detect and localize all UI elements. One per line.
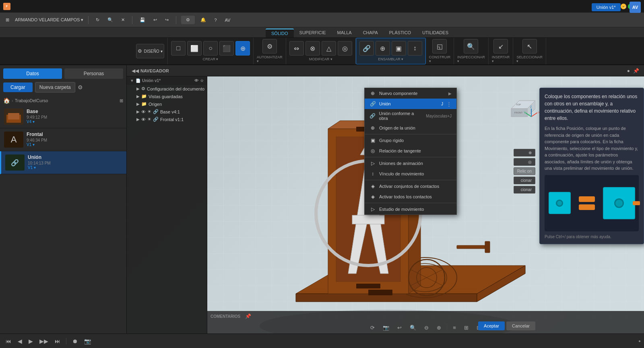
tab-chapa[interactable]: CHAPA: [357, 29, 384, 37]
relic-on-label: Relic on: [514, 167, 535, 175]
group-crear: □ ⬜ ○ ⬛ ⊕ CREAR ▾: [168, 38, 254, 64]
modificar-icon4[interactable]: ◎: [338, 41, 352, 56]
modificar-icon1[interactable]: ⇔: [289, 41, 304, 56]
navigation-cube[interactable]: FRONT TOP X Y Z: [503, 89, 535, 121]
tab-datos[interactable]: Datos: [3, 68, 62, 79]
refresh-button[interactable]: ↻: [93, 16, 102, 24]
grid-view-button[interactable]: ⊞: [3, 16, 12, 24]
viewport[interactable]: ▼ 📄 Unión v1* 👁 ☆ ▶ ⚙ Configuración del …: [127, 76, 644, 334]
menu-item-uniones-animacion[interactable]: ▷ Uniones de animación: [365, 158, 456, 169]
nav-chevron-config: ▶: [136, 86, 140, 91]
help-connectors: [579, 196, 595, 210]
seleccionar-icon[interactable]: ↖: [522, 39, 537, 54]
active-tab-button[interactable]: Unión v1*: [592, 3, 621, 11]
crear-box-icon[interactable]: □: [171, 41, 186, 56]
insertar-icon[interactable]: ↙: [493, 39, 508, 54]
nav-origen-folder-icon: 📁: [141, 101, 147, 107]
action-btn-cionar1[interactable]: cionar: [514, 177, 535, 184]
tab-utilidades[interactable]: UTILIDADES: [417, 29, 454, 37]
modificar-icon2[interactable]: ⊗: [305, 41, 320, 56]
menu-item-origen-union[interactable]: ⊕ Origen de la unión: [365, 123, 456, 133]
tab-personas[interactable]: Personas: [64, 68, 123, 79]
vp-btn-grid[interactable]: ⊞: [462, 323, 471, 332]
action-btn-2[interactable]: ◎: [514, 158, 535, 166]
search-button[interactable]: 🔍: [105, 16, 116, 24]
menu-item-relacion-tangente[interactable]: ◎ Relación de tangente: [365, 146, 456, 156]
menu-item-nuevo-componente[interactable]: ⊕ Nuevo componente ▶: [365, 88, 456, 99]
tab-plastico[interactable]: PLÁSTICO: [384, 29, 417, 37]
nav-star-icon[interactable]: ☆: [200, 78, 204, 83]
tab-malla[interactable]: MALLA: [332, 29, 357, 37]
diseno-button[interactable]: ⚙ DISEÑO ▾: [136, 44, 164, 58]
diseno-icon: ⚙: [138, 48, 142, 54]
accept-button[interactable]: Aceptar: [478, 321, 505, 330]
user-name[interactable]: ARMANDO VELARDE CAMPOS ▾: [15, 17, 83, 23]
nav-visibility-icon[interactable]: 👁: [194, 78, 198, 83]
crear-extrude-icon[interactable]: ⬛: [219, 41, 234, 56]
breadcrumb-home-icon[interactable]: 🏠: [3, 97, 10, 104]
file-item-base[interactable]: Base 9:49:12 PM V4 ▾: [0, 105, 126, 128]
account-button[interactable]: AV: [223, 16, 233, 24]
playback-play-button[interactable]: ▶: [26, 337, 35, 346]
camera-button[interactable]: 📷: [82, 337, 93, 346]
crear-active-icon[interactable]: ⊕: [235, 41, 250, 56]
crear-cylinder-icon[interactable]: ⬜: [187, 41, 202, 56]
close-doc-button[interactable]: ✕: [119, 16, 127, 24]
file-item-union[interactable]: 🔗 Unión 10:14:13 PM V1 ▾: [0, 151, 126, 174]
vp-btn-camera[interactable]: 📷: [380, 323, 392, 332]
action-btn-cionar2[interactable]: cionar: [514, 186, 535, 194]
tab-solido[interactable]: SÓLIDO: [266, 29, 294, 37]
cancel-button[interactable]: Cancelar: [506, 321, 535, 330]
menu-item-union-conforme[interactable]: 🔗 Unión conforme a obra Mayúsculas+J: [365, 109, 456, 123]
playback-forward-button[interactable]: ▶▶: [37, 337, 51, 346]
inspeccionar-icon[interactable]: 🔍: [464, 39, 478, 54]
vp-btn-zoom-out[interactable]: ⊖: [422, 323, 431, 332]
ensamblar-icon4[interactable]: ↕: [408, 41, 422, 56]
ensamblar-icon2[interactable]: ⊕: [376, 41, 390, 56]
modificar-icon3[interactable]: △: [322, 41, 336, 56]
vp-btn-zoom-in[interactable]: ⊕: [434, 323, 444, 332]
new-tab-button[interactable]: +: [621, 3, 629, 11]
navigator-pin-button[interactable]: ●: [625, 67, 632, 74]
tab-superficie[interactable]: SUPERFICIE: [294, 29, 332, 37]
menu-item-union[interactable]: 🔗 Unión J ⋮: [365, 99, 456, 109]
playback-start-button[interactable]: ⏮: [3, 337, 14, 346]
menu-item-grupo-rigido[interactable]: ▣ Grupo rígido: [365, 135, 456, 146]
file-item-frontal[interactable]: A Frontal 9:46:34 PM V1 ▾: [0, 128, 126, 151]
menu-item-activar-todos[interactable]: ◈ Activar todos los contactos: [365, 192, 456, 202]
undo-button[interactable]: ↩: [151, 16, 159, 24]
nueva-carpeta-button[interactable]: Nueva carpeta: [35, 82, 75, 93]
comments-pin-button[interactable]: 📌: [244, 313, 253, 320]
nav-visibility-base[interactable]: 👁: [141, 109, 146, 114]
navigator-collapse-button[interactable]: ◀◀: [130, 67, 140, 74]
ensamblar-icon1[interactable]: 🔗: [359, 41, 374, 56]
notifications-button[interactable]: 🔔: [198, 16, 208, 24]
redo-button[interactable]: ↪: [163, 16, 171, 24]
playback-back-button[interactable]: ◀: [15, 337, 25, 346]
record-button[interactable]: ⏺: [70, 337, 80, 346]
vp-btn-zoom[interactable]: 🔍: [407, 323, 419, 332]
union-info-button[interactable]: ⋮: [446, 101, 452, 107]
action-btn-1[interactable]: ⊕: [514, 149, 535, 156]
playback-end-button[interactable]: ⏭: [52, 337, 63, 346]
expand-button[interactable]: ⊞: [120, 98, 123, 103]
cargar-button[interactable]: Cargar: [3, 82, 33, 92]
breadcrumb-item[interactable]: TrabajoDelCurso: [15, 98, 48, 103]
tab-settings-button[interactable]: ⚙: [181, 16, 195, 24]
vp-btn-rotate[interactable]: ⟳: [368, 323, 377, 332]
help-button[interactable]: ?: [212, 16, 219, 24]
navigator-options-button[interactable]: 📌: [632, 67, 641, 74]
nav-visibility-frontal[interactable]: 👁: [141, 117, 146, 122]
menu-item-activar-conjuntos[interactable]: ◈ Activar conjuntos de contactos: [365, 181, 456, 192]
ensamblar-icon3[interactable]: ▣: [392, 41, 406, 56]
vp-btn-undo[interactable]: ↩: [395, 323, 404, 332]
construir-icon[interactable]: ◱: [432, 39, 447, 54]
menu-item-estudio-movimiento[interactable]: ▷ Estudio de movimiento: [365, 204, 456, 214]
automatizar-icon[interactable]: ⚙: [262, 39, 277, 54]
nav-expand-icon[interactable]: ▼: [130, 78, 134, 83]
save-button[interactable]: 💾: [137, 16, 148, 24]
crear-sphere-icon[interactable]: ○: [203, 41, 218, 56]
vp-btn-view[interactable]: ≡: [450, 323, 458, 332]
settings-gear-button[interactable]: ⚙: [78, 84, 83, 91]
menu-item-vinculo-movimiento[interactable]: ↕ Vínculo de movimiento: [365, 169, 456, 179]
